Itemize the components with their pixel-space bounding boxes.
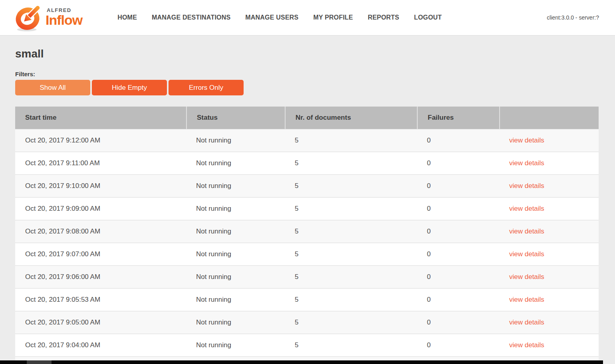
nav-item-home[interactable]: HOME bbox=[117, 14, 137, 21]
cell-start-time: Oct 20, 2017 9:05:00 AM bbox=[15, 318, 186, 326]
cell-documents: 5 bbox=[285, 341, 417, 349]
cell-documents: 5 bbox=[285, 228, 417, 235]
cell-actions: view details bbox=[499, 159, 599, 167]
logo-wordmark: ALFRED Inflow bbox=[46, 7, 82, 27]
cell-failures: 0 bbox=[417, 159, 499, 167]
cell-documents: 5 bbox=[285, 250, 417, 258]
cell-status: Not running bbox=[186, 296, 285, 304]
col-header-actions bbox=[499, 107, 599, 129]
table-row: Oct 20, 2017 9:09:00 AM Not running 5 0 … bbox=[15, 197, 599, 220]
cell-actions: view details bbox=[499, 205, 599, 213]
cell-failures: 0 bbox=[417, 228, 499, 235]
scrollbar-thumb[interactable] bbox=[27, 360, 52, 364]
version-info: client:3.0.0 - server:? bbox=[547, 14, 599, 21]
nav-item-logout[interactable]: LOGOUT bbox=[414, 14, 442, 21]
view-details-link[interactable]: view details bbox=[509, 341, 544, 349]
table-header-row: Start time Status Nr. of documents Failu… bbox=[15, 107, 599, 129]
view-details-link[interactable]: view details bbox=[509, 136, 544, 144]
cell-status: Not running bbox=[186, 341, 285, 349]
cell-start-time: Oct 20, 2017 9:08:00 AM bbox=[15, 228, 186, 235]
filter-button-group: Show All Hide Empty Errors Only bbox=[15, 80, 599, 95]
cell-start-time: Oct 20, 2017 9:07:00 AM bbox=[15, 250, 186, 258]
horizontal-scrollbar[interactable] bbox=[0, 360, 603, 364]
cell-status: Not running bbox=[186, 228, 285, 235]
cell-actions: view details bbox=[499, 228, 599, 235]
cell-actions: view details bbox=[499, 136, 599, 144]
table-row: Oct 20, 2017 9:08:00 AM Not running 5 0 … bbox=[15, 220, 599, 243]
cell-failures: 0 bbox=[417, 273, 499, 281]
nav-item-manage-users[interactable]: MANAGE USERS bbox=[245, 14, 298, 21]
inflow-logo-icon bbox=[14, 2, 43, 33]
cell-status: Not running bbox=[186, 318, 285, 326]
table-row: Oct 20, 2017 9:07:00 AM Not running 5 0 … bbox=[15, 243, 599, 265]
cell-failures: 0 bbox=[417, 182, 499, 190]
cell-failures: 0 bbox=[417, 296, 499, 304]
nav-item-my-profile[interactable]: MY PROFILE bbox=[313, 14, 353, 21]
table-body: Oct 20, 2017 9:12:00 AM Not running 5 0 … bbox=[15, 129, 599, 356]
cell-actions: view details bbox=[499, 341, 599, 349]
nav-item-reports[interactable]: REPORTS bbox=[368, 14, 399, 21]
view-details-link[interactable]: view details bbox=[509, 273, 544, 281]
cell-documents: 5 bbox=[285, 159, 417, 167]
cell-start-time: Oct 20, 2017 9:06:00 AM bbox=[15, 273, 186, 281]
cell-failures: 0 bbox=[417, 250, 499, 258]
cell-failures: 0 bbox=[417, 205, 499, 213]
cell-documents: 5 bbox=[285, 136, 417, 144]
view-details-link[interactable]: view details bbox=[509, 205, 544, 212]
table-row: Oct 20, 2017 9:11:00 AM Not running 5 0 … bbox=[15, 152, 599, 174]
cell-start-time: Oct 20, 2017 9:04:00 AM bbox=[15, 341, 186, 349]
runs-table: Start time Status Nr. of documents Failu… bbox=[15, 107, 599, 362]
cell-status: Not running bbox=[186, 273, 285, 281]
cell-failures: 0 bbox=[417, 318, 499, 326]
nav-item-manage-destinations[interactable]: MANAGE DESTINATIONS bbox=[152, 14, 230, 21]
logo[interactable]: ALFRED Inflow bbox=[14, 2, 82, 33]
table-row: Oct 20, 2017 9:04:00 AM Not running 5 0 … bbox=[15, 334, 599, 356]
cell-start-time: Oct 20, 2017 9:09:00 AM bbox=[15, 205, 186, 213]
cell-start-time: Oct 20, 2017 9:12:00 AM bbox=[15, 136, 186, 144]
logo-brand-main: Inflow bbox=[46, 13, 82, 27]
cell-status: Not running bbox=[186, 182, 285, 190]
cell-actions: view details bbox=[499, 250, 599, 258]
top-bar: ALFRED Inflow HOME MANAGE DESTINATIONS M… bbox=[0, 0, 615, 36]
col-header-documents: Nr. of documents bbox=[285, 107, 417, 129]
cell-status: Not running bbox=[186, 159, 285, 167]
cell-status: Not running bbox=[186, 205, 285, 213]
cell-documents: 5 bbox=[285, 182, 417, 190]
cell-actions: view details bbox=[499, 273, 599, 281]
cell-actions: view details bbox=[499, 296, 599, 304]
view-details-link[interactable]: view details bbox=[509, 228, 544, 235]
table-row: Oct 20, 2017 9:06:00 AM Not running 5 0 … bbox=[15, 265, 599, 288]
cell-status: Not running bbox=[186, 250, 285, 258]
main-content: small Filters: Show All Hide Empty Error… bbox=[0, 47, 615, 362]
view-details-link[interactable]: view details bbox=[509, 159, 544, 167]
cell-actions: view details bbox=[499, 318, 599, 326]
main-nav: HOME MANAGE DESTINATIONS MANAGE USERS MY… bbox=[117, 14, 442, 21]
cell-documents: 5 bbox=[285, 318, 417, 326]
filter-button-errors-only[interactable]: Errors Only bbox=[169, 80, 244, 95]
filter-button-hide-empty[interactable]: Hide Empty bbox=[92, 80, 167, 95]
view-details-link[interactable]: view details bbox=[509, 318, 544, 326]
cell-status: Not running bbox=[186, 136, 285, 144]
cell-documents: 5 bbox=[285, 205, 417, 213]
cell-failures: 0 bbox=[417, 136, 499, 144]
table-row: Oct 20, 2017 9:05:00 AM Not running 5 0 … bbox=[15, 311, 599, 334]
cell-start-time: Oct 20, 2017 9:11:00 AM bbox=[15, 159, 186, 167]
col-header-failures: Failures bbox=[417, 107, 499, 129]
page-title: small bbox=[15, 47, 599, 60]
col-header-status: Status bbox=[186, 107, 285, 129]
view-details-link[interactable]: view details bbox=[509, 250, 544, 258]
table-row: Oct 20, 2017 9:05:53 AM Not running 5 0 … bbox=[15, 288, 599, 311]
view-details-link[interactable]: view details bbox=[509, 182, 544, 190]
cell-actions: view details bbox=[499, 182, 599, 190]
cell-start-time: Oct 20, 2017 9:05:53 AM bbox=[15, 296, 186, 304]
cell-failures: 0 bbox=[417, 341, 499, 349]
filter-button-show-all[interactable]: Show All bbox=[15, 80, 90, 95]
view-details-link[interactable]: view details bbox=[509, 296, 544, 303]
table-row: Oct 20, 2017 9:10:00 AM Not running 5 0 … bbox=[15, 174, 599, 197]
app-window: ALFRED Inflow HOME MANAGE DESTINATIONS M… bbox=[0, 0, 615, 362]
cell-documents: 5 bbox=[285, 273, 417, 281]
table-row: Oct 20, 2017 9:12:00 AM Not running 5 0 … bbox=[15, 129, 599, 152]
filters-label: Filters: bbox=[15, 71, 599, 77]
cell-documents: 5 bbox=[285, 296, 417, 304]
cell-start-time: Oct 20, 2017 9:10:00 AM bbox=[15, 182, 186, 190]
